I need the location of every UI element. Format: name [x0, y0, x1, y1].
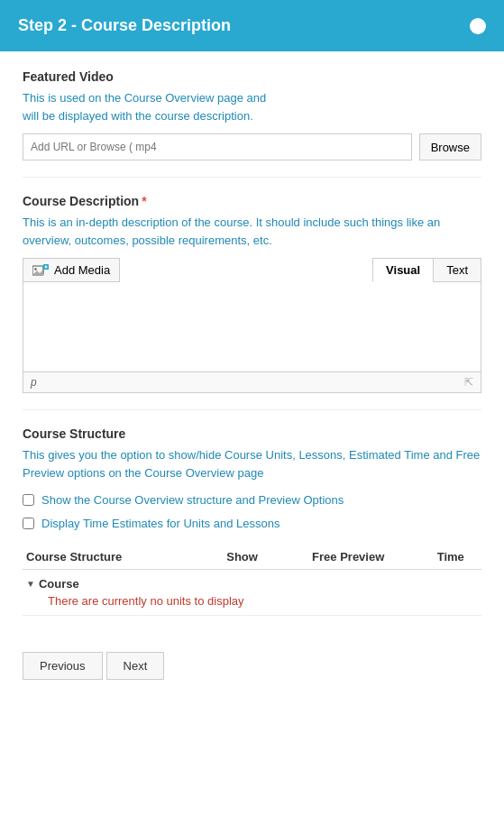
tab-visual[interactable]: Visual: [372, 258, 434, 282]
divider-1: [23, 177, 481, 178]
no-units-message: There are currently no units to display: [26, 591, 478, 608]
course-description-desc: This is an in-depth description of the c…: [23, 214, 481, 249]
toggle-arrow-icon: ▼: [26, 579, 35, 589]
course-description-section: Course Description* This is an in-depth …: [23, 194, 481, 393]
divider-2: [23, 409, 481, 410]
col-header-time: Time: [419, 545, 481, 570]
featured-video-section: Featured Video This is used on the Cours…: [23, 69, 481, 160]
course-label: Course: [39, 577, 79, 591]
visual-text-tabs: Visual Text: [373, 258, 481, 282]
col-header-show: Show: [207, 545, 277, 570]
browse-button[interactable]: Browse: [419, 133, 481, 160]
structure-table: Course Structure Show Free Preview Time …: [23, 545, 481, 616]
svg-point-1: [34, 268, 36, 270]
footer-nav: Previous Next: [0, 634, 504, 689]
featured-video-desc-line1: This is used on the Course Overview page…: [23, 91, 266, 105]
add-media-label: Add Media: [54, 263, 110, 277]
checkbox-display-time[interactable]: [23, 518, 34, 529]
video-input-row: Browse: [23, 133, 481, 160]
checkboxes: Show the Course Overview structure and P…: [23, 492, 481, 532]
featured-video-desc-line2: will be displayed with the course descri…: [23, 109, 253, 123]
editor-footer: p ⇱: [23, 372, 481, 393]
step-header-title: Step 2 - Course Description: [18, 16, 231, 35]
editor-toolbar: Add Media Visual Text: [23, 258, 481, 282]
col-header-free-preview: Free Preview: [277, 545, 420, 570]
step-indicator-circle: [470, 18, 486, 34]
featured-video-title: Featured Video: [23, 69, 481, 84]
checkbox-show-structure-label[interactable]: Show the Course Overview structure and P…: [41, 492, 344, 509]
next-button[interactable]: Next: [106, 652, 165, 680]
checkbox-display-time-label[interactable]: Display Time Estimates for Units and Les…: [41, 516, 279, 532]
svg-marker-2: [32, 270, 43, 275]
page-wrapper: Step 2 - Course Description Featured Vid…: [0, 0, 504, 825]
col-header-structure: Course Structure: [23, 545, 207, 570]
checkbox-row-1: Show the Course Overview structure and P…: [23, 492, 481, 509]
course-cell: ▼ Course There are currently no units to…: [23, 570, 481, 616]
video-url-input[interactable]: [23, 133, 412, 160]
checkbox-row-2: Display Time Estimates for Units and Les…: [23, 516, 481, 532]
editor-content-area[interactable]: [23, 282, 481, 372]
tab-text[interactable]: Text: [433, 258, 481, 282]
add-media-button[interactable]: Add Media: [23, 258, 120, 282]
table-row-course: ▼ Course There are currently no units to…: [23, 570, 481, 616]
course-structure-title: Course Structure: [23, 426, 481, 441]
previous-button[interactable]: Previous: [23, 652, 103, 680]
step-header: Step 2 - Course Description: [0, 0, 504, 51]
featured-video-desc: This is used on the Course Overview page…: [23, 89, 481, 124]
editor-tag: p: [31, 376, 37, 389]
resize-icon: ⇱: [464, 376, 473, 389]
add-media-icon: [32, 264, 49, 277]
course-structure-desc: This gives you the option to show/hide C…: [23, 446, 481, 481]
course-toggle[interactable]: ▼ Course: [26, 577, 478, 591]
course-description-title: Course Description*: [23, 194, 481, 208]
content-area: Featured Video This is used on the Cours…: [0, 51, 504, 634]
checkbox-show-structure[interactable]: [23, 494, 34, 506]
course-structure-section: Course Structure This gives you the opti…: [23, 426, 481, 616]
